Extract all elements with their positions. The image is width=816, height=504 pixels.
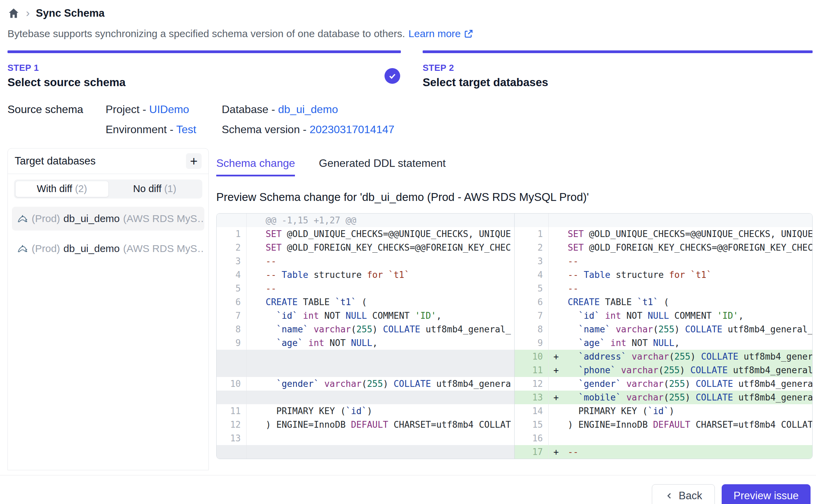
diff-line: 5-- xyxy=(515,282,812,295)
step-1-progress-bar xyxy=(7,50,401,53)
diff-line: 13 xyxy=(217,431,514,445)
step-2-title: Select target databases xyxy=(423,76,813,89)
step-1-label: STEP 1 xyxy=(7,63,401,73)
diff-line: 12) ENGINE=InnoDB DEFAULT CHARSET=utf8mb… xyxy=(217,418,514,431)
environment-row: Environment - Test xyxy=(106,123,222,136)
chevron-left-icon xyxy=(664,491,674,501)
breadcrumb-chevron-icon: › xyxy=(26,7,30,18)
diff-line-added: 17+-- xyxy=(515,445,812,459)
diff-hunk-header: @@ -1,15 +1,27 @@ xyxy=(217,214,514,227)
diff-line: 16 xyxy=(515,431,812,445)
diff-line: 4-- Table structure for `t1` xyxy=(217,268,514,282)
diff-line: 3-- xyxy=(217,254,514,268)
project-link[interactable]: UIDemo xyxy=(149,103,189,115)
target-database-item[interactable]: (Prod) db_ui_demo (AWS RDS MyS… xyxy=(12,237,204,261)
diff-line: 14 PRIMARY KEY (`id`) xyxy=(515,404,812,418)
diff-line-added: 11+ `phone` varchar(255) COLLATE utf8mb4… xyxy=(515,363,812,377)
diff-filler-row xyxy=(217,350,514,363)
database-row: Database - db_ui_demo xyxy=(222,103,394,116)
diff-line-added: 13+ `mobile` varchar(255) COLLATE utf8mb… xyxy=(515,391,812,404)
preview-issue-button[interactable]: Preview issue xyxy=(722,484,811,504)
step-1: STEP 1 Select source schema xyxy=(7,50,401,89)
diff-hunk-header xyxy=(515,214,812,227)
intro: Bytebase supports synchronizing a specif… xyxy=(7,28,813,40)
diff-line: 9 `age` int NOT NULL, xyxy=(515,336,812,350)
diff-line: 6CREATE TABLE `t1` ( xyxy=(515,295,812,309)
sync-schema-page: › Sync Schema Bytebase supports synchron… xyxy=(0,0,816,504)
step-2-label: STEP 2 xyxy=(423,63,813,73)
mysql-icon xyxy=(17,243,28,254)
step-1-title: Select source schema xyxy=(7,76,401,89)
mysql-icon xyxy=(17,213,28,224)
target-database-item[interactable]: (Prod) db_ui_demo (AWS RDS MyS… xyxy=(12,207,204,231)
diff-filler-row xyxy=(217,391,514,404)
footer: Back Preview issue xyxy=(7,475,813,504)
diff-view-tabs: Schema change Generated DDL statement xyxy=(216,157,813,176)
database-link[interactable]: db_ui_demo xyxy=(278,103,338,115)
main-section: Target databases + With diff (2) No diff… xyxy=(7,148,813,470)
diff-line: 7 `id` int NOT NULL COMMENT 'ID', xyxy=(515,309,812,322)
tab-schema-change[interactable]: Schema change xyxy=(216,157,295,176)
diff-pane-target: 1SET @OLD_UNIQUE_CHECKS=@@UNIQUE_CHECKS,… xyxy=(515,214,812,459)
diff-line: 1SET @OLD_UNIQUE_CHECKS=@@UNIQUE_CHECKS,… xyxy=(217,227,514,241)
diff-line: 2SET @OLD_FOREIGN_KEY_CHECKS=@@FOREIGN_K… xyxy=(515,241,812,254)
diff-line: 10 `gender` varchar(255) COLLATE utf8mb4… xyxy=(217,377,514,391)
diff-line: 8 `name` varchar(255) COLLATE utf8mb4_ge… xyxy=(217,322,514,336)
back-button[interactable]: Back xyxy=(652,484,715,504)
project-row: Project - UIDemo xyxy=(106,103,222,116)
source-schema-summary: Source schema Project - UIDemo Environme… xyxy=(7,103,813,136)
target-database-list: (Prod) db_ui_demo (AWS RDS MyS… (Prod) d… xyxy=(12,207,204,261)
schema-version-row: Schema version - 20230317014147 xyxy=(222,123,394,136)
segment-with-diff[interactable]: With diff (2) xyxy=(15,181,109,197)
diff-line: 2SET @OLD_FOREIGN_KEY_CHECKS=@@FOREIGN_K… xyxy=(217,241,514,254)
segment-no-diff[interactable]: No diff (1) xyxy=(109,181,201,196)
diff-filler-row xyxy=(217,363,514,377)
diff-line: 15) ENGINE=InnoDB DEFAULT CHARSET=utf8mb… xyxy=(515,418,812,431)
intro-text: Bytebase supports synchronizing a specif… xyxy=(7,28,405,40)
tab-generated-ddl-statement[interactable]: Generated DDL statement xyxy=(319,157,445,176)
step-2-progress-bar xyxy=(423,50,813,53)
source-schema-label: Source schema xyxy=(7,103,106,136)
diff-line: 9 `age` int NOT NULL, xyxy=(217,336,514,350)
step-2: STEP 2 Select target databases xyxy=(423,50,813,89)
diff-pane-source: @@ -1,15 +1,27 @@1SET @OLD_UNIQUE_CHECKS… xyxy=(217,214,515,459)
diff-line-added: 10+ `address` varchar(255) COLLATE utf8m… xyxy=(515,350,812,363)
diff-line: 8 `name` varchar(255) COLLATE utf8mb4_ge… xyxy=(515,322,812,336)
stepper: STEP 1 Select source schema STEP 2 Selec… xyxy=(7,50,813,89)
schema-change-section: Schema change Generated DDL statement Pr… xyxy=(216,148,813,459)
external-link-icon xyxy=(464,29,474,39)
environment-link[interactable]: Test xyxy=(176,123,197,136)
diff-line: 12 `gender` varchar(255) COLLATE utf8mb4… xyxy=(515,377,812,391)
schema-diff-viewer: @@ -1,15 +1,27 @@1SET @OLD_UNIQUE_CHECKS… xyxy=(216,213,813,459)
preview-title: Preview Schema change for 'db_ui_demo (P… xyxy=(216,191,813,204)
learn-more-link[interactable]: Learn more xyxy=(408,28,473,40)
diff-line: 7 `id` int NOT NULL COMMENT 'ID', xyxy=(217,309,514,322)
diff-line: 1SET @OLD_UNIQUE_CHECKS=@@UNIQUE_CHECKS,… xyxy=(515,227,812,241)
step-completed-check-icon xyxy=(385,68,400,84)
target-databases-panel: Target databases + With diff (2) No diff… xyxy=(7,148,209,470)
schema-version-link[interactable]: 20230317014147 xyxy=(310,123,394,136)
breadcrumb: › Sync Schema xyxy=(7,5,813,21)
diff-filter-segmented-control: With diff (2) No diff (1) xyxy=(14,179,202,199)
diff-line: 5-- xyxy=(217,282,514,295)
home-icon[interactable] xyxy=(7,7,20,19)
diff-line: 3-- xyxy=(515,254,812,268)
page-title: Sync Schema xyxy=(36,7,105,19)
add-target-database-button[interactable]: + xyxy=(186,153,202,169)
target-databases-title: Target databases xyxy=(15,155,96,167)
diff-line: 6CREATE TABLE `t1` ( xyxy=(217,295,514,309)
diff-line: 11 PRIMARY KEY (`id`) xyxy=(217,404,514,418)
diff-line: 4-- Table structure for `t1` xyxy=(515,268,812,282)
diff-filler-row xyxy=(217,445,514,459)
